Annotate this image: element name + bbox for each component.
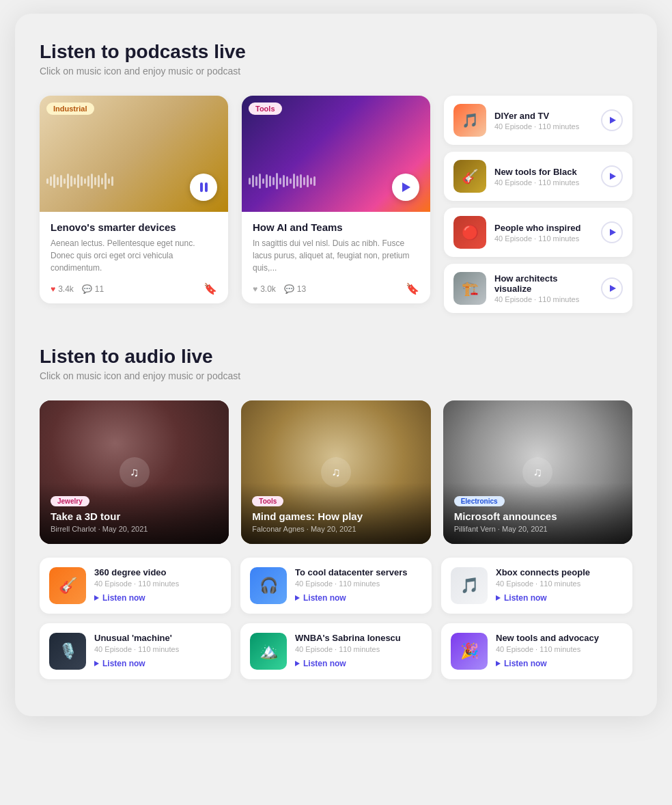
bookmark-icon-ai[interactable]: 🔖 bbox=[406, 282, 419, 295]
audio-card-author-mind-games: Falconar Agnes · May 20, 2021 bbox=[252, 525, 419, 533]
podcast-card-lenovo: Industrial bbox=[40, 96, 228, 303]
listen-play-icon-xbox bbox=[496, 595, 501, 601]
bookmark-icon-lenovo[interactable]: 🔖 bbox=[204, 282, 217, 295]
audio-list-info-wnba: WNBA's Sabrina Ionescu 40 Episode · 110 … bbox=[295, 633, 422, 668]
audio-card-title-microsoft: Microsoft announces bbox=[454, 510, 621, 522]
podcast-card-ai-footer: ♥ 3.0k 💬 13 🔖 bbox=[253, 282, 419, 295]
list-title-black: New tools for Black bbox=[494, 167, 593, 177]
podcast-card-ai-desc: In sagittis dui vel nisl. Duis ac nibh. … bbox=[253, 237, 419, 274]
audio-card-3d-tour[interactable]: ♫ Jewelry Take a 3D tour Birrell Charlot… bbox=[40, 400, 229, 544]
audio-list-row-1: 🎸 360 degree video 40 Episode · 110 minu… bbox=[40, 558, 632, 614]
page-container: Listen to podcasts live Click on music i… bbox=[15, 14, 657, 716]
audio-list-title-360: 360 degree video bbox=[94, 567, 221, 577]
audio-thumb-wnba: 🏔️ bbox=[250, 633, 287, 670]
listen-play-icon-wnba bbox=[295, 661, 300, 666]
list-meta-people: 40 Episode · 110 minutes bbox=[494, 234, 593, 243]
list-meta-black: 40 Episode · 110 minutes bbox=[494, 178, 593, 187]
audio-list-meta-360: 40 Episode · 110 minutes bbox=[94, 579, 221, 588]
podcast-card-lenovo-image: Industrial bbox=[40, 96, 228, 212]
podcast-likes-lenovo: ♥ 3.4k bbox=[51, 284, 74, 294]
audio-thumb-machine: 🎙️ bbox=[49, 633, 86, 670]
audio-list-meta-xbox: 40 Episode · 110 minutes bbox=[496, 579, 623, 588]
podcast-likes-ai: ♥ 3.0k bbox=[253, 284, 276, 294]
list-item: 🎸 New tools for Black 40 Episode · 110 m… bbox=[444, 152, 632, 201]
audio-card-overlay-microsoft: Electronics Microsoft announces Pillifan… bbox=[443, 483, 632, 544]
audio-list-info-datacenter: To cool datacenter servers 40 Episode · … bbox=[295, 567, 422, 603]
audio-list-item-xbox: 🎵 Xbox connects people 40 Episode · 110 … bbox=[441, 558, 632, 614]
audio-card-tag-3d-tour: Jewelry bbox=[51, 496, 89, 506]
listen-now-btn-machine[interactable]: Listen now bbox=[94, 659, 221, 668]
comment-icon: 💬 bbox=[284, 284, 294, 294]
list-play-button-black[interactable] bbox=[601, 165, 623, 187]
audio-card-title-mind-games: Mind games: How play bbox=[252, 510, 419, 522]
listen-play-icon-machine bbox=[94, 661, 99, 666]
audio-list-info-machine: Unusual 'machine' 40 Episode · 110 minut… bbox=[94, 633, 221, 668]
list-play-icon-people bbox=[610, 229, 616, 236]
audio-list-info-advocacy: New tools and advocacy 40 Episode · 110 … bbox=[496, 633, 623, 668]
podcast-list: 🎵 DIYer and TV 40 Episode · 110 minutes … bbox=[444, 96, 632, 313]
podcast-card-ai-image: Tools bbox=[242, 96, 430, 212]
list-title-people: People who inspired bbox=[494, 223, 593, 233]
heart-icon: ♥ bbox=[51, 284, 55, 294]
list-item: 🔴 People who inspired 40 Episode · 110 m… bbox=[444, 208, 632, 257]
audio-card-mind-games[interactable]: ♫ Tools Mind games: How play Falconar Ag… bbox=[241, 400, 430, 544]
audio-card-author-microsoft: Pillifant Vern · May 20, 2021 bbox=[454, 525, 621, 533]
list-thumb-diyer: 🎵 bbox=[453, 104, 486, 137]
podcast-card-lenovo-body: Lenovo's smarter devices Aenean lectus. … bbox=[40, 212, 228, 303]
listen-now-btn-xbox[interactable]: Listen now bbox=[496, 593, 623, 603]
audio-list-item-machine: 🎙️ Unusual 'machine' 40 Episode · 110 mi… bbox=[40, 623, 231, 679]
podcast-play-button-ai[interactable] bbox=[392, 174, 419, 201]
list-thumb-architects: 🏗️ bbox=[453, 272, 486, 305]
podcast-card-ai-tag: Tools bbox=[249, 103, 282, 115]
list-item: 🎵 DIYer and TV 40 Episode · 110 minutes bbox=[444, 96, 632, 145]
audio-list-title-machine: Unusual 'machine' bbox=[94, 633, 221, 643]
list-thumb-people: 🔴 bbox=[453, 216, 486, 249]
heart-icon: ♥ bbox=[253, 284, 257, 294]
listen-now-btn-360[interactable]: Listen now bbox=[94, 593, 221, 603]
audio-card-microsoft[interactable]: ♫ Electronics Microsoft announces Pillif… bbox=[443, 400, 632, 544]
audio-list-item-wnba: 🏔️ WNBA's Sabrina Ionescu 40 Episode · 1… bbox=[240, 623, 432, 679]
podcast-card-lenovo-title: Lenovo's smarter devices bbox=[51, 221, 217, 233]
audio-card-title-3d-tour: Take a 3D tour bbox=[51, 510, 218, 522]
audio-list-title-xbox: Xbox connects people bbox=[496, 567, 623, 577]
audio-section: Listen to audio live Click on music icon… bbox=[40, 346, 632, 679]
podcast-card-ai-teams: Tools bbox=[242, 96, 430, 303]
listen-play-icon-advocacy bbox=[496, 661, 501, 666]
audio-list-info-xbox: Xbox connects people 40 Episode · 110 mi… bbox=[496, 567, 623, 603]
list-play-button-architects[interactable] bbox=[601, 277, 623, 299]
list-meta-architects: 40 Episode · 110 minutes bbox=[494, 295, 593, 303]
audio-card-tag-mind-games: Tools bbox=[252, 496, 283, 506]
list-play-icon-diyer bbox=[610, 117, 616, 124]
audio-list-title-datacenter: To cool datacenter servers bbox=[295, 567, 422, 577]
podcasts-section: Listen to podcasts live Click on music i… bbox=[40, 41, 632, 313]
audio-list-item-advocacy: 🎉 New tools and advocacy 40 Episode · 11… bbox=[441, 623, 632, 679]
audio-list-meta-wnba: 40 Episode · 110 minutes bbox=[295, 645, 422, 653]
audio-list-item-360: 🎸 360 degree video 40 Episode · 110 minu… bbox=[40, 558, 231, 614]
list-title-architects: How architects visualize bbox=[494, 273, 593, 294]
listen-now-btn-wnba[interactable]: Listen now bbox=[295, 659, 422, 668]
listen-play-icon-datacenter bbox=[295, 595, 300, 601]
listen-now-btn-advocacy[interactable]: Listen now bbox=[496, 659, 623, 668]
audio-list-row-2: 🎙️ Unusual 'machine' 40 Episode · 110 mi… bbox=[40, 623, 632, 679]
audio-card-tag-microsoft: Electronics bbox=[454, 496, 505, 506]
comment-icon: 💬 bbox=[82, 284, 92, 294]
audio-list-title-advocacy: New tools and advocacy bbox=[496, 633, 623, 643]
list-thumb-black: 🎸 bbox=[453, 160, 486, 193]
audio-card-overlay-mind-games: Tools Mind games: How play Falconar Agne… bbox=[241, 483, 430, 544]
audio-list-meta-machine: 40 Episode · 110 minutes bbox=[94, 645, 221, 653]
list-play-button-diyer[interactable] bbox=[601, 109, 623, 131]
play-icon bbox=[402, 182, 410, 192]
audio-list-info-360: 360 degree video 40 Episode · 110 minute… bbox=[94, 567, 221, 603]
podcast-waveform-ai bbox=[249, 171, 396, 191]
audio-thumb-datacenter: 🎧 bbox=[250, 567, 287, 604]
listen-now-btn-datacenter[interactable]: Listen now bbox=[295, 593, 422, 603]
podcasts-title: Listen to podcasts live bbox=[40, 41, 632, 63]
podcast-comments-lenovo: 💬 11 bbox=[82, 284, 104, 294]
list-info-black: New tools for Black 40 Episode · 110 min… bbox=[494, 167, 593, 187]
audio-subtitle: Click on music icon and enjoy music or p… bbox=[40, 370, 632, 381]
podcast-card-ai-title: How AI and Teams bbox=[253, 221, 419, 233]
list-play-button-people[interactable] bbox=[601, 221, 623, 243]
podcasts-subtitle: Click on music icon and enjoy music or p… bbox=[40, 66, 632, 77]
podcast-comments-ai: 💬 13 bbox=[284, 284, 306, 294]
podcasts-grid: Industrial bbox=[40, 96, 632, 313]
